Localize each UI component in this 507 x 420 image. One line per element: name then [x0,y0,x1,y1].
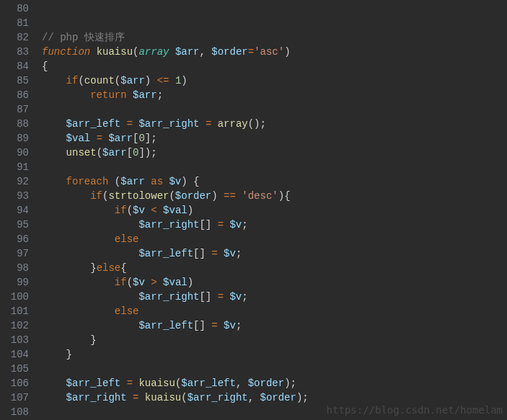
line-number: 108 [0,405,29,419]
token-kw: foreach [66,176,109,187]
token-plain [169,75,175,86]
line-number: 104 [0,347,29,362]
code-line[interactable]: if(strtolower($order) == 'desc'){ [42,189,507,203]
token-plain [157,277,163,288]
token-punc: } [66,349,72,360]
token-plain [127,392,133,403]
code-line[interactable]: if($v < $val) [42,203,507,218]
token-punc: (); [248,118,266,130]
token-kw: if [115,277,127,288]
code-line[interactable]: $arr_left = kuaisu($arr_left, $order); [42,376,507,390]
code-line[interactable]: $arr_left[] = $v; [42,318,507,333]
code-line[interactable]: $arr_right[] = $v; [42,290,507,304]
token-plain [145,176,151,187]
token-var: $val [163,277,188,288]
code-line[interactable]: function kuaisu(array $arr, $order='asc'… [42,45,507,59]
code-line[interactable]: } [42,333,507,347]
token-call: kuaisu [145,392,181,403]
token-kw: else [97,262,121,274]
token-call: kuaisu [138,377,175,389]
line-number: 92 [0,174,29,189]
code-line[interactable]: return $arr; [42,88,507,102]
line-number: 86 [0,88,29,102]
line-number: 100 [0,290,29,304]
code-line[interactable]: if($v > $val) [42,275,507,290]
line-number: 95 [0,218,29,232]
token-var: $arr [133,89,157,101]
code-line[interactable] [42,160,507,174]
line-number: 91 [0,160,29,174]
token-punc: ){ [278,190,291,202]
token-str: 'asc' [254,46,284,58]
line-number: 88 [0,117,29,131]
code-line[interactable]: if(count($arr) <= 1) [42,73,507,88]
token-punc: ) [188,205,193,216]
token-punc: [] [199,219,217,231]
code-line[interactable]: $arr_left[] = $v; [42,246,507,261]
code-line[interactable]: { [42,59,507,73]
token-op: = [127,118,133,130]
token-type: array [138,46,169,58]
token-plain [218,320,224,331]
line-number: 85 [0,73,29,88]
code-line[interactable]: $arr_right[] = $v; [42,218,507,232]
token-punc: ; [242,219,247,231]
token-punc: } [90,262,96,274]
token-var: $v [224,248,236,259]
token-var: $arr [120,176,145,187]
token-plain [145,277,151,288]
code-line[interactable] [42,362,507,376]
token-var: $arr_right [138,291,199,303]
line-number: 84 [0,59,29,73]
line-number: 105 [0,362,29,376]
token-var: $arr_right [138,118,199,130]
code-line[interactable]: $arr_right = kuaisu($arr_right, $order); [42,390,507,405]
line-number: 98 [0,261,29,275]
token-op: = [211,248,217,259]
token-punc: ( [169,190,175,202]
line-number: 82 [0,30,29,45]
token-plain [90,133,96,144]
token-call: strtolower [108,190,169,202]
token-punc: ) [188,277,193,288]
token-plain [199,118,205,130]
token-punc: { [120,262,126,274]
token-plain [90,46,96,58]
token-kw: else [115,233,139,245]
token-plain [120,377,126,389]
code-line[interactable] [42,102,507,117]
token-kw: else [115,305,139,317]
token-var: $arr_right [66,392,127,403]
token-punc: ) [211,190,224,202]
token-kw: as [151,176,163,187]
line-number-gutter: 8081828384858687888990919293949596979899… [0,0,33,420]
token-punc: ; [236,248,242,259]
token-var: $order [248,377,284,389]
code-line[interactable]: } [42,347,507,362]
code-line[interactable]: else [42,304,507,318]
token-punc: [] [193,320,211,331]
token-kw: return [90,89,126,101]
token-op: == [224,190,236,202]
code-line[interactable]: $arr_left = $arr_right = array(); [42,117,507,131]
line-number: 94 [0,203,29,218]
token-var: $arr_left [66,377,121,389]
token-op: = [127,377,133,389]
token-punc: ; [242,291,247,303]
code-line[interactable] [42,405,507,419]
code-editor[interactable]: 8081828384858687888990919293949596979899… [0,0,507,420]
code-line[interactable]: }else{ [42,261,507,275]
code-area[interactable]: // php 快速排序function kuaisu(array $arr, $… [33,0,507,420]
token-punc: ]; [145,133,157,144]
code-line[interactable]: else [42,232,507,246]
token-op: = [97,133,102,144]
code-line[interactable]: unset($arr[0]); [42,146,507,160]
token-plain [169,46,175,58]
code-line[interactable]: $val = $arr[0]; [42,131,507,146]
token-var: $order [175,190,211,202]
token-var: $v [133,277,145,288]
token-punc: ( [127,205,133,216]
code-line[interactable]: foreach ($arr as $v) { [42,174,507,189]
code-line[interactable]: // php 快速排序 [42,30,507,45]
token-punc: [ [127,147,133,158]
